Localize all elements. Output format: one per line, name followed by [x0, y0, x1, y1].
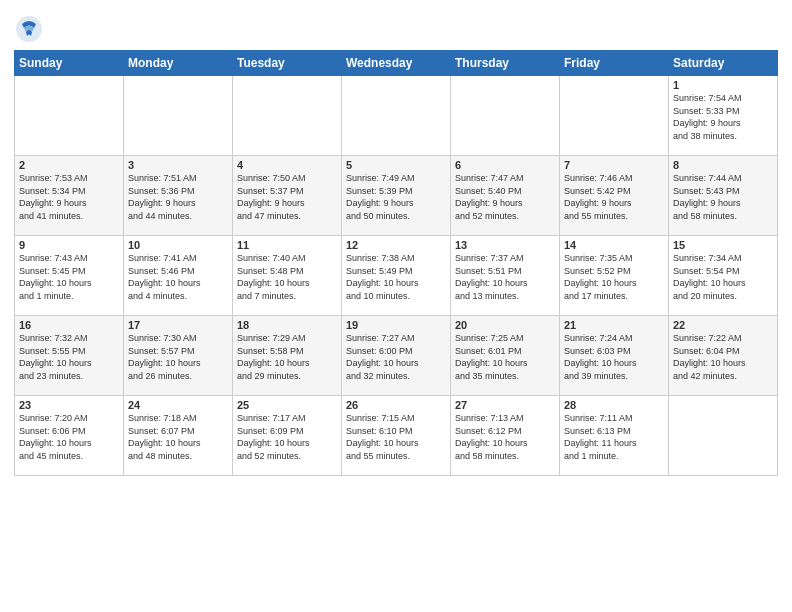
calendar-cell: 24Sunrise: 7:18 AM Sunset: 6:07 PM Dayli… [124, 396, 233, 476]
calendar-cell: 1Sunrise: 7:54 AM Sunset: 5:33 PM Daylig… [669, 76, 778, 156]
day-info: Sunrise: 7:24 AM Sunset: 6:03 PM Dayligh… [564, 332, 664, 382]
calendar-cell [560, 76, 669, 156]
day-number: 16 [19, 319, 119, 331]
day-info: Sunrise: 7:44 AM Sunset: 5:43 PM Dayligh… [673, 172, 773, 222]
day-info: Sunrise: 7:18 AM Sunset: 6:07 PM Dayligh… [128, 412, 228, 462]
calendar-cell: 26Sunrise: 7:15 AM Sunset: 6:10 PM Dayli… [342, 396, 451, 476]
day-number: 8 [673, 159, 773, 171]
day-number: 27 [455, 399, 555, 411]
day-number: 3 [128, 159, 228, 171]
day-number: 20 [455, 319, 555, 331]
day-number: 28 [564, 399, 664, 411]
calendar-cell [124, 76, 233, 156]
day-number: 7 [564, 159, 664, 171]
day-info: Sunrise: 7:11 AM Sunset: 6:13 PM Dayligh… [564, 412, 664, 462]
calendar: SundayMondayTuesdayWednesdayThursdayFrid… [14, 50, 778, 476]
day-info: Sunrise: 7:22 AM Sunset: 6:04 PM Dayligh… [673, 332, 773, 382]
day-info: Sunrise: 7:25 AM Sunset: 6:01 PM Dayligh… [455, 332, 555, 382]
logo [14, 14, 48, 44]
weekday-thursday: Thursday [451, 51, 560, 76]
calendar-cell: 7Sunrise: 7:46 AM Sunset: 5:42 PM Daylig… [560, 156, 669, 236]
day-info: Sunrise: 7:34 AM Sunset: 5:54 PM Dayligh… [673, 252, 773, 302]
day-info: Sunrise: 7:13 AM Sunset: 6:12 PM Dayligh… [455, 412, 555, 462]
weekday-friday: Friday [560, 51, 669, 76]
day-number: 2 [19, 159, 119, 171]
weekday-wednesday: Wednesday [342, 51, 451, 76]
day-number: 1 [673, 79, 773, 91]
day-number: 25 [237, 399, 337, 411]
calendar-cell: 14Sunrise: 7:35 AM Sunset: 5:52 PM Dayli… [560, 236, 669, 316]
day-info: Sunrise: 7:49 AM Sunset: 5:39 PM Dayligh… [346, 172, 446, 222]
day-number: 10 [128, 239, 228, 251]
calendar-cell: 18Sunrise: 7:29 AM Sunset: 5:58 PM Dayli… [233, 316, 342, 396]
calendar-cell: 6Sunrise: 7:47 AM Sunset: 5:40 PM Daylig… [451, 156, 560, 236]
weekday-header-row: SundayMondayTuesdayWednesdayThursdayFrid… [15, 51, 778, 76]
calendar-cell [15, 76, 124, 156]
calendar-cell: 20Sunrise: 7:25 AM Sunset: 6:01 PM Dayli… [451, 316, 560, 396]
calendar-cell: 3Sunrise: 7:51 AM Sunset: 5:36 PM Daylig… [124, 156, 233, 236]
weekday-tuesday: Tuesday [233, 51, 342, 76]
calendar-cell: 27Sunrise: 7:13 AM Sunset: 6:12 PM Dayli… [451, 396, 560, 476]
day-number: 23 [19, 399, 119, 411]
day-info: Sunrise: 7:41 AM Sunset: 5:46 PM Dayligh… [128, 252, 228, 302]
day-number: 6 [455, 159, 555, 171]
weekday-monday: Monday [124, 51, 233, 76]
day-info: Sunrise: 7:20 AM Sunset: 6:06 PM Dayligh… [19, 412, 119, 462]
week-row-1: 2Sunrise: 7:53 AM Sunset: 5:34 PM Daylig… [15, 156, 778, 236]
calendar-cell [669, 396, 778, 476]
week-row-0: 1Sunrise: 7:54 AM Sunset: 5:33 PM Daylig… [15, 76, 778, 156]
day-info: Sunrise: 7:54 AM Sunset: 5:33 PM Dayligh… [673, 92, 773, 142]
calendar-cell: 28Sunrise: 7:11 AM Sunset: 6:13 PM Dayli… [560, 396, 669, 476]
calendar-cell: 9Sunrise: 7:43 AM Sunset: 5:45 PM Daylig… [15, 236, 124, 316]
calendar-cell [233, 76, 342, 156]
day-number: 5 [346, 159, 446, 171]
calendar-cell: 16Sunrise: 7:32 AM Sunset: 5:55 PM Dayli… [15, 316, 124, 396]
day-number: 21 [564, 319, 664, 331]
day-info: Sunrise: 7:30 AM Sunset: 5:57 PM Dayligh… [128, 332, 228, 382]
day-number: 26 [346, 399, 446, 411]
calendar-cell: 21Sunrise: 7:24 AM Sunset: 6:03 PM Dayli… [560, 316, 669, 396]
day-info: Sunrise: 7:29 AM Sunset: 5:58 PM Dayligh… [237, 332, 337, 382]
day-info: Sunrise: 7:50 AM Sunset: 5:37 PM Dayligh… [237, 172, 337, 222]
calendar-cell: 4Sunrise: 7:50 AM Sunset: 5:37 PM Daylig… [233, 156, 342, 236]
day-info: Sunrise: 7:40 AM Sunset: 5:48 PM Dayligh… [237, 252, 337, 302]
day-info: Sunrise: 7:53 AM Sunset: 5:34 PM Dayligh… [19, 172, 119, 222]
day-info: Sunrise: 7:27 AM Sunset: 6:00 PM Dayligh… [346, 332, 446, 382]
day-info: Sunrise: 7:51 AM Sunset: 5:36 PM Dayligh… [128, 172, 228, 222]
calendar-cell: 11Sunrise: 7:40 AM Sunset: 5:48 PM Dayli… [233, 236, 342, 316]
calendar-cell [451, 76, 560, 156]
calendar-cell: 25Sunrise: 7:17 AM Sunset: 6:09 PM Dayli… [233, 396, 342, 476]
day-number: 24 [128, 399, 228, 411]
day-info: Sunrise: 7:43 AM Sunset: 5:45 PM Dayligh… [19, 252, 119, 302]
day-number: 9 [19, 239, 119, 251]
calendar-cell: 19Sunrise: 7:27 AM Sunset: 6:00 PM Dayli… [342, 316, 451, 396]
week-row-2: 9Sunrise: 7:43 AM Sunset: 5:45 PM Daylig… [15, 236, 778, 316]
calendar-cell: 2Sunrise: 7:53 AM Sunset: 5:34 PM Daylig… [15, 156, 124, 236]
day-number: 22 [673, 319, 773, 331]
day-info: Sunrise: 7:46 AM Sunset: 5:42 PM Dayligh… [564, 172, 664, 222]
calendar-cell: 17Sunrise: 7:30 AM Sunset: 5:57 PM Dayli… [124, 316, 233, 396]
logo-icon [14, 14, 44, 44]
day-number: 13 [455, 239, 555, 251]
calendar-cell: 12Sunrise: 7:38 AM Sunset: 5:49 PM Dayli… [342, 236, 451, 316]
calendar-cell: 22Sunrise: 7:22 AM Sunset: 6:04 PM Dayli… [669, 316, 778, 396]
day-number: 18 [237, 319, 337, 331]
day-number: 15 [673, 239, 773, 251]
calendar-cell [342, 76, 451, 156]
day-number: 19 [346, 319, 446, 331]
day-info: Sunrise: 7:35 AM Sunset: 5:52 PM Dayligh… [564, 252, 664, 302]
day-info: Sunrise: 7:38 AM Sunset: 5:49 PM Dayligh… [346, 252, 446, 302]
week-row-4: 23Sunrise: 7:20 AM Sunset: 6:06 PM Dayli… [15, 396, 778, 476]
day-info: Sunrise: 7:32 AM Sunset: 5:55 PM Dayligh… [19, 332, 119, 382]
calendar-cell: 23Sunrise: 7:20 AM Sunset: 6:06 PM Dayli… [15, 396, 124, 476]
day-number: 12 [346, 239, 446, 251]
day-info: Sunrise: 7:37 AM Sunset: 5:51 PM Dayligh… [455, 252, 555, 302]
day-number: 17 [128, 319, 228, 331]
weekday-saturday: Saturday [669, 51, 778, 76]
calendar-cell: 5Sunrise: 7:49 AM Sunset: 5:39 PM Daylig… [342, 156, 451, 236]
calendar-cell: 13Sunrise: 7:37 AM Sunset: 5:51 PM Dayli… [451, 236, 560, 316]
calendar-cell: 8Sunrise: 7:44 AM Sunset: 5:43 PM Daylig… [669, 156, 778, 236]
day-number: 4 [237, 159, 337, 171]
weekday-sunday: Sunday [15, 51, 124, 76]
day-info: Sunrise: 7:15 AM Sunset: 6:10 PM Dayligh… [346, 412, 446, 462]
